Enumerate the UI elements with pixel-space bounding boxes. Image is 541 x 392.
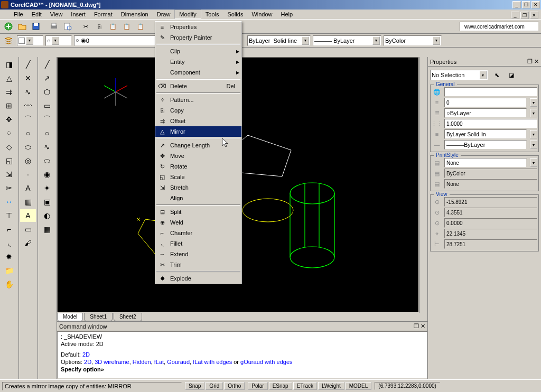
fillet-tool[interactable]: ◟ (1, 237, 17, 249)
block-tool[interactable]: ▣ (39, 195, 55, 208)
pick-button[interactable]: ⬉ (490, 69, 503, 81)
mtext-tool[interactable]: A (20, 209, 36, 222)
donut-tool[interactable]: ◉ (39, 168, 55, 181)
ellipse-tool[interactable]: ⬭ (20, 141, 36, 153)
menu-dimension[interactable]: Dimension (117, 10, 153, 18)
lweight-toggle[interactable]: LWeight (318, 382, 344, 390)
spline2-tool[interactable]: ∿ (39, 141, 55, 153)
etrack-toggle[interactable]: ETrack (293, 382, 317, 390)
menu-item-entity[interactable]: Entity▶ (155, 57, 241, 67)
circle-tool[interactable]: ○ (20, 127, 36, 139)
point-tool[interactable]: · (20, 168, 36, 181)
region-tool[interactable]: ▭ (20, 223, 36, 236)
menu-item-scale[interactable]: ◱Scale (155, 172, 241, 182)
menu-item-chamfer[interactable]: ⌐Chamfer (155, 228, 241, 238)
gradient-tool[interactable]: ◐ (39, 209, 55, 222)
tab-sheet1[interactable]: Sheet1 (84, 313, 113, 321)
extend-tool[interactable]: ↔ (1, 195, 17, 208)
move-tool[interactable]: ✥ (1, 113, 17, 126)
save-button[interactable] (30, 20, 42, 33)
menu-item-stretch[interactable]: ⇲Stretch (155, 182, 241, 193)
restore-button[interactable]: ❐ (522, 1, 530, 8)
menu-item-weld[interactable]: ⊕Weld (155, 217, 241, 228)
horizontal-scrollbar[interactable] (143, 313, 427, 321)
print-button[interactable] (48, 20, 60, 33)
linetype-combo-1[interactable]: ByLayer Solid line▼ (247, 35, 311, 46)
menu-item-fillet[interactable]: ◟Fillet (155, 238, 241, 249)
properties-close-icon[interactable]: ✕ (534, 58, 539, 65)
cut-button[interactable]: ✂ (79, 20, 92, 33)
tab-sheet2[interactable]: Sheet2 (114, 313, 142, 321)
copy-button[interactable]: ⎘ (93, 20, 106, 33)
spline-tool[interactable]: 〰 (20, 99, 36, 112)
lineweight-field[interactable]: ByLayer Solid lin (444, 129, 527, 139)
menu-window[interactable]: Window (247, 10, 276, 18)
menu-item-explode[interactable]: ✸Explode (155, 273, 241, 284)
menu-item-mirror[interactable]: △Mirror (155, 126, 241, 137)
layer-manager-button[interactable] (2, 34, 15, 47)
rotate-tool[interactable]: ◇ (1, 141, 17, 153)
line2-tool[interactable]: ╱ (39, 58, 55, 71)
array-tool[interactable]: ⁘ (1, 127, 17, 139)
close-button[interactable]: ✕ (531, 1, 540, 8)
arc-tool[interactable]: ⌒ (20, 113, 36, 126)
scale-tool[interactable]: ◱ (1, 154, 17, 167)
hatch-tool[interactable]: ▦ (20, 195, 36, 208)
rectangle-tool[interactable]: ▭ (39, 99, 55, 112)
polygon-tool[interactable]: ⬡ (39, 86, 55, 98)
menu-view[interactable]: View (46, 10, 67, 18)
paste-button[interactable]: 📋 (107, 20, 119, 33)
paste-button-2[interactable]: 📋 (120, 20, 133, 33)
menu-item-move[interactable]: ✥Move (155, 151, 241, 161)
polyline-tool[interactable]: ∿ (20, 86, 36, 98)
break-tool[interactable]: ⊤ (1, 209, 17, 222)
ortho-toggle[interactable]: Ortho (224, 382, 245, 390)
menu-edit[interactable]: Edit (27, 10, 46, 18)
menu-file[interactable]: File (10, 10, 27, 18)
offset-tool[interactable]: ⇉ (1, 86, 17, 98)
chamfer-tool[interactable]: ⌐ (1, 223, 17, 236)
menu-item-offset[interactable]: ⇉Offset (155, 116, 241, 126)
folder-tool[interactable]: 📁 (1, 264, 17, 277)
eraser-tool[interactable]: ◨ (1, 58, 17, 71)
menu-item-trim[interactable]: ✂Trim (155, 259, 241, 270)
stretch-tool[interactable]: ⇲ (1, 168, 17, 181)
menu-modify[interactable]: Modify (174, 10, 201, 19)
explode-tool[interactable]: ✸ (1, 250, 17, 263)
properties-undock-icon[interactable]: ❐ (527, 58, 533, 65)
mdi-close-button[interactable]: ✕ (530, 12, 538, 19)
pattern-tool[interactable]: ⊞ (1, 99, 17, 112)
ps-style-field[interactable]: None (444, 158, 527, 167)
lineweight-combo[interactable]: ○▼ (45, 35, 72, 46)
snap-toggle[interactable]: Snap (185, 382, 204, 390)
url-box[interactable]: www.corelcadmarket.com (460, 22, 539, 31)
linetype-field[interactable]: ○ ByLayer (444, 108, 527, 118)
point2-tool[interactable]: ✦ (39, 182, 55, 194)
infinite-line-tool[interactable]: ↗ (39, 72, 55, 85)
grid-toggle[interactable]: Grid (206, 382, 223, 390)
line-tool[interactable]: ╱ (20, 58, 36, 71)
menu-help[interactable]: Help (277, 10, 297, 18)
menu-item-align[interactable]: Align (155, 193, 241, 203)
menu-item-copy[interactable]: ⎘Copy (155, 105, 241, 116)
filter-button[interactable]: ◪ (505, 69, 518, 81)
vertical-scrollbar[interactable] (419, 57, 427, 313)
menu-item-component[interactable]: Component▶ (155, 67, 241, 78)
menu-draw[interactable]: Draw (153, 10, 175, 18)
menu-item-extend[interactable]: →Extend (155, 249, 241, 259)
linetype-combo-2[interactable]: ——— ByLayer▼ (313, 35, 381, 46)
mdi-minimize-button[interactable]: _ (511, 12, 519, 19)
menu-format[interactable]: Format (90, 10, 117, 18)
linetype-combo-3[interactable]: ByColor▼ (384, 35, 442, 46)
mdi-restore-button[interactable]: ❐ (520, 12, 529, 19)
trim-tool[interactable]: ✂ (1, 182, 17, 194)
command-body[interactable]: : _SHADEVIEW Active mode: 2D Default: 2D… (57, 331, 427, 379)
mirror-tool[interactable]: △ (1, 72, 17, 85)
color-field[interactable] (444, 87, 537, 97)
new-button[interactable] (2, 20, 15, 33)
menu-item-split[interactable]: ⊟Split (155, 207, 241, 217)
polar-toggle[interactable]: Polar (248, 382, 267, 390)
menu-item-rotate[interactable]: ↻Rotate (155, 161, 241, 172)
brush-tool[interactable]: 🖌 (20, 237, 36, 249)
model-toggle[interactable]: MODEL (346, 382, 372, 390)
